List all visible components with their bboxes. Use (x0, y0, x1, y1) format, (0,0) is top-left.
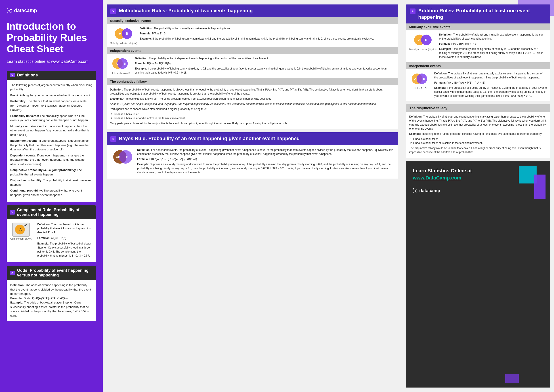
multiplication-header: > Multiplication Rules: Probability of t… (107, 5, 398, 17)
svg-text:B: B (423, 77, 425, 80)
datacamp-link[interactable]: www.DataCamp.com (51, 59, 89, 64)
arrow-icon: > (110, 8, 116, 14)
learn-link[interactable]: www.DataCamp.com (413, 175, 461, 181)
svg-point-21 (417, 74, 427, 84)
add-me-header: Mutually exclusive events (406, 23, 550, 30)
mult-ind-svg: A B (110, 56, 132, 71)
bottom-right-box: Learn Statistics Online at www.DataCamp.… (406, 161, 550, 387)
def-independent: Independent events: If one event happens… (10, 139, 92, 152)
def-dependent: Dependent events: If one event happens, … (10, 153, 92, 167)
arrow-icon: > (10, 73, 15, 77)
addition-header: > Addition Rules: Probability of at leas… (406, 5, 550, 23)
left-panel: ⟩c datacamp Introduction to Probability … (0, 0, 103, 392)
disjunctive-options: Linda is a bank teller. Linda is a bank … (413, 137, 547, 145)
def-probability: Probability: The chance that an event ha… (10, 99, 92, 112)
bottom-logo-text: datacamp (419, 188, 440, 193)
mult-ind-body: A B Intersection A ∩ B Definition: The p… (107, 54, 398, 78)
def-event: Event: A thing that you can observe whet… (10, 93, 92, 98)
add-ind-text: Definition: The probability of at least … (434, 71, 547, 99)
list-item: Linda is a bank teller or is active in t… (413, 141, 547, 145)
complement-diagram: A A' Complement of A/A' (10, 222, 32, 259)
complement-section: > Complement Rule: Probability of events… (7, 205, 96, 262)
bayes-svg: AB B (111, 148, 133, 166)
mult-ind-header: Independent events (107, 47, 398, 54)
conjunctive-fallacy: The conjunctive fallacy Definition: The … (107, 78, 398, 129)
arrow-icon: > (410, 8, 416, 14)
mult-mutually-exclusive: Mutually exclusive events A B Mutually e… (107, 17, 398, 47)
mult-independent: Independent events A B Intersection A ∩ … (107, 47, 398, 78)
mult-me-diagram: A B Mutually exclusive (disjoint) (110, 26, 137, 45)
svg-text:A': A' (24, 224, 27, 227)
deco-rect-purple2 (505, 374, 519, 383)
add-me-label: Mutually exclusive (disjoint) (409, 48, 436, 51)
conjunctive-options: Linda is a bank teller. Linda is a bank … (114, 112, 395, 120)
svg-text:B: B (126, 32, 128, 35)
svg-point-9 (117, 58, 128, 69)
mult-ind-text: Definition: The probability of two indep… (135, 56, 395, 76)
definitions-body: The following pieces of jargon occur fre… (7, 80, 96, 202)
conj-body: Definition: The probability of both even… (107, 85, 398, 129)
def-probability-universe: Probability universe: The probability sp… (10, 114, 92, 122)
logo-text: datacamp (14, 7, 37, 14)
disjunctive-section: The disjunctive fallacy Definition: The … (406, 104, 550, 158)
bottom-logo-icon: ⟩c (413, 188, 417, 194)
def-disjunctive: Disjunctive probability: The probability… (10, 178, 92, 187)
complement-header: > Complement Rule: Probability of events… (7, 205, 96, 219)
add-ind-header: Independent events (406, 62, 550, 69)
bayes-header: > Bayes Rule: Probability of an event ha… (107, 132, 398, 145)
arrow-icon: > (10, 271, 15, 275)
disj-body: Definition: The probability of at least … (406, 112, 550, 158)
mult-ind-diagram: A B Intersection A ∩ B (110, 56, 132, 76)
svg-text:B: B (425, 38, 428, 42)
mult-ind-label: Intersection A ∩ B (112, 71, 130, 75)
mult-me-header: Mutually exclusive events (107, 17, 398, 24)
datacamp-logo-icon: ⟩c (7, 7, 12, 14)
complement-body: A A' Complement of A/A' Definition: The … (7, 219, 96, 262)
conj-header: The conjunctive fallacy (107, 78, 398, 85)
odds-header: > Odds: Probability of event happening v… (7, 266, 96, 280)
complement-svg: A A' (12, 222, 30, 237)
add-ind-diagram: A B Union A ∪ B (409, 71, 432, 99)
svg-text:A: A (116, 62, 118, 65)
svg-text:A: A (414, 77, 416, 80)
definitions-section: > Definitions The following pieces of ja… (7, 71, 96, 202)
add-me-text: Definition: The probability of at least … (439, 33, 547, 60)
bottom-logo: ⟩c datacamp (413, 188, 440, 194)
svg-text:B: B (124, 62, 126, 65)
definitions-intro: The following pieces of jargon occur fre… (10, 83, 92, 92)
bayes-section: > Bayes Rule: Probability of an event ha… (107, 132, 398, 179)
def-conjunctive: Conjunctive probability (a.k.a. joint pr… (10, 168, 92, 176)
middle-panel: > Multiplication Rules: Probability of t… (103, 0, 402, 392)
learn-text: Learn Statistics Online at (413, 168, 472, 174)
svg-text:A: A (418, 38, 421, 42)
add-me-svg: A B (412, 33, 434, 47)
main-title: Introduction to Probability Rules Cheat … (7, 21, 96, 55)
deco-rect-cyan (519, 166, 537, 183)
mult-me-body: A B Mutually exclusive (disjoint) Defini… (107, 24, 398, 47)
disj-header: The disjunctive fallacy (406, 104, 550, 112)
deco-rect-purple (534, 175, 546, 199)
svg-text:A: A (20, 228, 22, 231)
subtitle-link: Learn statistics online at www.DataCamp.… (7, 59, 96, 64)
add-me-diagram: A B Mutually exclusive (disjoint) (409, 33, 436, 60)
multiplication-section: > Multiplication Rules: Probability of t… (107, 5, 398, 129)
arrow-icon: > (10, 210, 15, 215)
complement-diagram-label: Complement of A/A' (10, 237, 32, 241)
svg-text:A: A (119, 32, 121, 35)
odds-body: Definition: The odds of event A happenin… (7, 280, 96, 321)
odds-section: > Odds: Probability of event happening v… (7, 266, 96, 321)
svg-text:B: B (126, 155, 128, 159)
list-item: Linda is a bank teller. (114, 112, 395, 116)
svg-text:AB: AB (116, 155, 120, 159)
mult-me-svg: A B (112, 26, 135, 41)
add-ind-svg: A B (409, 71, 432, 86)
right-panel: > Addition Rules: Probability of at leas… (402, 0, 554, 392)
list-item: Linda is a bank teller and is active in … (114, 116, 395, 120)
add-me-body: A B Mutually exclusive (disjoint) Defini… (406, 30, 550, 62)
list-item: Linda is a bank teller. (413, 137, 547, 141)
arrow-icon: > (110, 136, 116, 142)
bayes-diagram: AB B (110, 148, 134, 175)
add-ind-body: A B Union A ∪ B Definition: The probabil… (406, 69, 550, 101)
bayes-text: Definition: For dependent events, the pr… (137, 148, 395, 175)
def-mutually-exclusive: Mutually exclusive events: If one event … (10, 124, 92, 137)
